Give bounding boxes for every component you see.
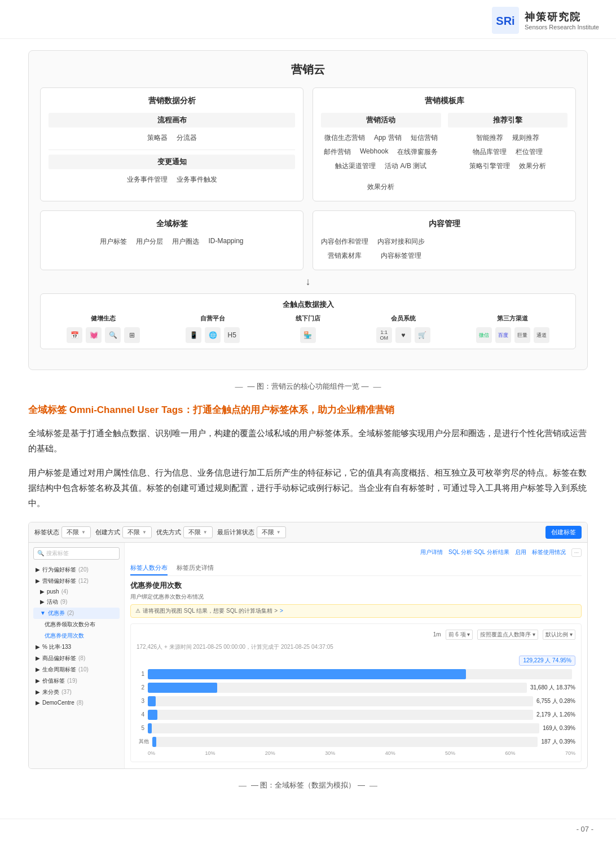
top-n-filter[interactable]: 前 6 项 ▾ (446, 630, 473, 640)
bar-track-3 (148, 696, 533, 706)
heart-icon: ♥ (395, 327, 411, 343)
tag-action-buttons: 用户详情 SQL 分析·SQL 分析结果 启用 标签使用情况 ··· (420, 548, 582, 557)
marketing-cloud-box: 营销云 营销数据分析 流程画布 策略器 分流器 变更通知 业务事件 (28, 50, 588, 370)
total-badge: 129,229 人 74.95% (519, 656, 575, 666)
mc-data-analysis-title: 营销数据分析 (49, 96, 295, 106)
sidebar-item-coupon-receive[interactable]: 优惠券领取次数分布 (33, 619, 120, 630)
tag-chart-area: 1m 前 6 项 ▾ 按照覆盖点人数降序 ▾ 默认比例 ▾ 172,426人 +… (130, 623, 582, 762)
tp-group-store: 线下门店 🏪 (285, 314, 331, 343)
chevron-down-icon-2: ▼ (142, 530, 147, 535)
mc-template-title: 营销模板库 (321, 96, 567, 106)
mc-rec-row1: 智能推荐 规则推荐 (448, 132, 568, 144)
sidebar-item-activity[interactable]: ▶ 活动 (9) (33, 596, 120, 608)
mc-flow-items: 策略器 分流器 (49, 132, 295, 144)
mc-content-mgmt: 内容管理 内容创作和管理 营销素材库 内容对接和同步 内容标签管理 (313, 210, 576, 270)
user-detail-btn[interactable]: 用户详情 (420, 548, 443, 556)
bar-row-3: 3 6,755 人 0.28% (137, 696, 575, 706)
logo-text: 神策研究院 Sensors Research Institute (525, 10, 599, 30)
filter-create-box[interactable]: 不限 ▼ (122, 526, 152, 538)
total-badge-row: 129,229 人 74.95% (137, 656, 575, 666)
sidebar-item-marketing-tags[interactable]: ▶ 营销偏好标签 (12) (33, 575, 120, 587)
calendar-icon: 📅 (67, 327, 82, 343)
tp-group-thirdparty: 第三方渠道 微信 百度 巨量 通道 (476, 314, 549, 343)
sidebar-item-behavior-tags[interactable]: ▶ 行为偏好标签 (20) (33, 564, 120, 575)
touchpoint-section: 全触点数据接入 健增生态 📅 💓 🔍 ⊞ 自营平台 📱 (40, 293, 576, 349)
sidebar-label: 行为偏好标签 (42, 566, 76, 574)
bar-fill-5 (148, 723, 152, 733)
logo-area: SRi 神策研究院 Sensors Research Institute (492, 7, 599, 34)
crm-icon: 1:1OM (376, 327, 392, 343)
filter-priority-box[interactable]: 不限 ▼ (183, 526, 213, 538)
expand-icon-3: ▶ (40, 588, 45, 595)
sql-analysis-btn[interactable]: SQL 分析·SQL 分析结果 (448, 548, 509, 556)
bar-num-5: 5 (137, 725, 144, 731)
create-tag-button[interactable]: 创建标签 (545, 526, 582, 539)
sidebar-item-lifecycle[interactable]: ▶ 生命周期标签 (10) (33, 664, 120, 675)
tab-user-distribution[interactable]: 标签人数分布 (130, 561, 168, 575)
tag-search-box[interactable]: 🔍 搜索标签 (33, 547, 120, 560)
tag-filter-status: 标签状态 不限 ▼ (34, 526, 91, 538)
logo-english: Sensors Research Institute (525, 24, 599, 30)
tag-chart-subtitle: 172,426人 + 来源时间 2021-08-25 00:00:00，计算完成… (137, 643, 575, 651)
mc-top-columns: 营销数据分析 流程画布 策略器 分流器 变更通知 业务事件管理 业务事件触发 (40, 87, 576, 201)
bar-row-4: 4 2,179 人 1.26% (137, 710, 575, 720)
web-icon: 🌐 (205, 327, 221, 343)
mc-act-row1: 微信生态营销 App 营销 短信营销 (321, 132, 441, 144)
tag-usage-btn[interactable]: 标签使用情况 (532, 548, 566, 556)
mc-content-inner: 内容创作和管理 营销素材库 内容对接和同步 内容标签管理 (321, 236, 567, 262)
enable-btn[interactable]: 启用 (515, 548, 526, 556)
sidebar-item-rate[interactable]: ▶ % 比率·133 (33, 641, 120, 653)
sidebar-item-democentre[interactable]: ▶ DemoCentre (8) (33, 698, 120, 707)
caption-mc-text: — 图：营销云的核心功能组件一览 — (247, 381, 368, 392)
tag-main-subtitle: 用户绑定优惠券次数分布情况 (130, 593, 582, 601)
sidebar-item-value-tags[interactable]: ▶ 价值标签 (19) (33, 675, 120, 687)
mc-template-library: 营销模板库 营销活动 微信生态营销 App 营销 短信营销 邮件营销 Webh (313, 87, 576, 201)
mc-content-mgmt-title: 内容管理 (321, 219, 567, 229)
tab-history[interactable]: 标签历史详情 (177, 561, 214, 575)
search-icon: 🔍 (37, 550, 44, 556)
body-paragraph-1: 全域标签是基于打通全触点数据、识别唯一用户，构建的覆盖公域私域的用户标签体系。全… (28, 425, 588, 456)
sidebar-item-unclassified[interactable]: ▶ 来分类 (37) (33, 687, 120, 698)
mc-item-4: 业务事件触发 (177, 174, 217, 186)
bar-num-3: 3 (137, 698, 144, 704)
tag-main-title: 优惠券使用次数 (130, 581, 582, 591)
jl-icon: 巨量 (514, 327, 530, 343)
bar-num-4: 4 (137, 711, 144, 718)
tag-filter-priority: 优先方式 不限 ▼ (156, 526, 213, 538)
expand-icon: ▶ (36, 566, 40, 573)
tp-thirdparty-icons: 微信 百度 巨量 通道 (476, 327, 549, 343)
notice-link[interactable]: > (280, 608, 283, 614)
bar-fill-other (152, 737, 156, 747)
mc-rec-row3: 策略引擎管理 效果分析 (448, 160, 568, 172)
bar-label-4: 2,179 人 1.26% (536, 711, 575, 719)
mc-change-notify-title: 变更通知 (49, 155, 295, 169)
sidebar-item-coupon-use[interactable]: 优惠券使用次数 (33, 630, 120, 641)
warning-icon: ⚠ (135, 608, 140, 614)
mc-global-tags-items: 用户标签 用户分层 用户圈选 ID-Mapping (49, 236, 295, 248)
sort-filter[interactable]: 按照覆盖点人数降序 ▾ (477, 630, 538, 640)
filter-calc-box[interactable]: 不限 ▼ (257, 526, 286, 538)
filter-status-box[interactable]: 不限 ▼ (61, 526, 91, 538)
mc-global-tags-title: 全域标签 (49, 219, 295, 229)
mc-global-tags: 全域标签 用户标签 用户分层 用户圈选 ID-Mapping (40, 210, 303, 270)
touchpoint-title: 全触点数据接入 (46, 300, 570, 310)
bar-fill-1 (148, 669, 466, 679)
bar-num-1: 1 (137, 671, 144, 677)
svg-text:SRi: SRi (496, 15, 514, 27)
time-filter[interactable]: 1m (433, 631, 441, 638)
mc-item-1: 策略器 (147, 132, 168, 144)
expand-icon-7: ▶ (36, 655, 40, 661)
more-btn[interactable]: ··· (571, 548, 582, 557)
ratio-filter[interactable]: 默认比例 ▾ (543, 630, 575, 640)
expand-icon-6: ▶ (36, 644, 40, 650)
mc-recommend-title: 推荐引擎 (448, 113, 568, 128)
section-heading: 全域标签 Omni-Channel User Tags：打通全触点的用户标签体系… (28, 403, 588, 417)
bar-label-2: 31,680 人 18.37% (530, 684, 575, 692)
expand-icon-2: ▶ (36, 578, 40, 584)
sidebar-item-coupon[interactable]: ▼ 优惠券 (2) (33, 608, 120, 619)
chevron-down-icon: ▼ (81, 530, 86, 535)
filter-status-label: 标签状态 (34, 528, 59, 537)
sidebar-item-product-tags[interactable]: ▶ 商品偏好标签 (8) (33, 653, 120, 664)
bar-row-other: 其他 187 人 0.39% (137, 737, 575, 747)
sidebar-item-push[interactable]: ▶ push (4) (33, 587, 120, 596)
